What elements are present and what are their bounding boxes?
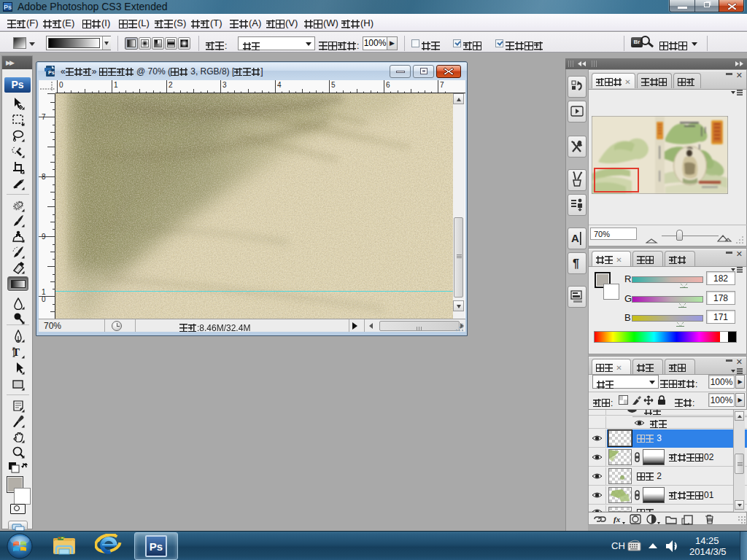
svg-text:¶: ¶ [573,257,579,270]
svg-text:fx: fx [614,515,621,524]
svg-text:3: 3 [222,81,227,89]
svg-text:0: 0 [42,295,46,303]
svg-text:0: 0 [59,81,63,89]
svg-text:7: 7 [440,81,444,89]
svg-text:Ps: Ps [48,70,55,75]
svg-text:2: 2 [169,81,173,89]
svg-text:A: A [571,232,579,244]
svg-text:9: 9 [42,233,46,241]
svg-text:1: 1 [114,81,118,89]
svg-text:5: 5 [331,81,336,89]
svg-text:7: 7 [42,113,46,121]
svg-text:8: 8 [42,173,46,181]
svg-text:6: 6 [386,81,390,89]
svg-text:4: 4 [277,81,282,89]
